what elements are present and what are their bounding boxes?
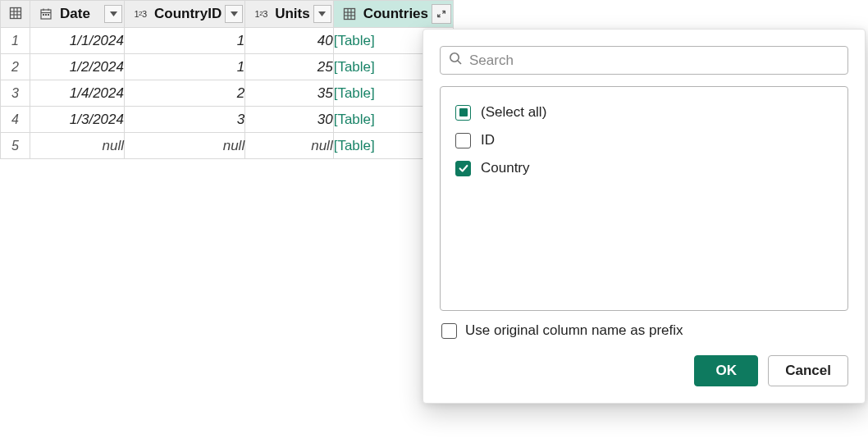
svg-rect-10 <box>45 14 47 16</box>
row-index-cell: 1 <box>1 28 30 54</box>
svg-point-17 <box>450 53 459 62</box>
cell-date[interactable]: 1/4/2024 <box>30 80 125 107</box>
cell-units[interactable]: null <box>245 133 334 159</box>
table-row[interactable]: 5 null null null [Table] <box>1 133 454 159</box>
svg-rect-9 <box>43 14 44 16</box>
expand-columns-popup: (Select all) ID Country Use original col… <box>423 29 866 404</box>
option-id-row[interactable]: ID <box>452 126 836 154</box>
column-header-countries[interactable]: Countries <box>333 1 453 28</box>
checkbox-checked-icon[interactable] <box>455 161 471 176</box>
dialog-buttons: OK Cancel <box>440 355 848 386</box>
cell-units[interactable]: 40 <box>245 28 334 54</box>
row-index-cell: 2 <box>1 54 30 80</box>
checkbox-unchecked-icon[interactable] <box>441 323 457 339</box>
column-header-countryid[interactable]: 123 CountryID <box>125 1 245 28</box>
filter-button[interactable] <box>104 5 122 23</box>
svg-rect-0 <box>10 8 21 19</box>
prefix-option-row[interactable]: Use original column name as prefix <box>440 322 848 339</box>
column-name: Units <box>275 6 310 22</box>
svg-rect-11 <box>48 14 49 16</box>
cell-units[interactable]: 30 <box>245 107 334 133</box>
row-index-cell: 4 <box>1 107 30 133</box>
row-index-header[interactable] <box>1 1 30 28</box>
table-row[interactable]: 2 1/2/2024 1 25 [Table] <box>1 54 454 80</box>
svg-line-18 <box>458 61 461 64</box>
cell-countryid[interactable]: 1 <box>125 28 245 54</box>
cell-countryid[interactable]: 1 <box>125 54 245 80</box>
table-type-icon <box>339 6 360 22</box>
cancel-button[interactable]: Cancel <box>768 355 848 386</box>
prefix-label: Use original column name as prefix <box>465 322 683 339</box>
number-type-icon: 123 <box>130 6 151 22</box>
search-icon <box>449 52 463 69</box>
svg-rect-12 <box>344 9 354 20</box>
expand-button[interactable] <box>432 4 451 24</box>
cell-countryid[interactable]: 2 <box>125 80 245 107</box>
row-index-cell: 5 <box>1 133 30 159</box>
data-grid: Date 123 CountryID 123 Uni <box>0 0 454 159</box>
table-row[interactable]: 4 1/3/2024 3 30 [Table] <box>1 107 454 133</box>
column-header-date[interactable]: Date <box>30 1 125 28</box>
table-row[interactable]: 3 1/4/2024 2 35 [Table] <box>1 80 454 107</box>
column-name: Date <box>60 6 101 22</box>
calendar-icon <box>35 6 57 22</box>
cell-date[interactable]: 1/1/2024 <box>30 28 125 54</box>
column-name: CountryID <box>154 6 222 22</box>
checkbox-intermediate-icon[interactable] <box>455 105 471 121</box>
filter-button[interactable] <box>225 5 243 23</box>
ok-button[interactable]: OK <box>694 355 758 386</box>
number-type-icon: 123 <box>250 6 272 22</box>
search-input[interactable] <box>469 53 839 69</box>
checkbox-unchecked-icon[interactable] <box>455 133 471 148</box>
table-row[interactable]: 1 1/1/2024 1 40 [Table] <box>1 28 454 54</box>
cell-countryid[interactable]: null <box>125 133 245 159</box>
column-header-units[interactable]: 123 Units <box>245 1 334 28</box>
option-label: ID <box>481 132 495 148</box>
option-country-row[interactable]: Country <box>452 154 836 182</box>
select-all-label: (Select all) <box>481 104 546 121</box>
table-icon <box>5 5 26 21</box>
cell-countryid[interactable]: 3 <box>125 107 245 133</box>
search-field-wrap[interactable] <box>440 46 848 75</box>
filter-button[interactable] <box>313 5 331 23</box>
cell-date[interactable]: 1/3/2024 <box>30 107 125 133</box>
column-name: Countries <box>363 6 428 22</box>
cell-date[interactable]: 1/2/2024 <box>30 54 125 80</box>
select-all-row[interactable]: (Select all) <box>452 98 836 126</box>
cell-units[interactable]: 35 <box>245 80 334 107</box>
option-label: Country <box>481 160 530 176</box>
row-index-cell: 3 <box>1 80 30 107</box>
cell-date[interactable]: null <box>30 133 125 159</box>
column-select-list: (Select all) ID Country <box>440 86 848 311</box>
cell-units[interactable]: 25 <box>245 54 334 80</box>
